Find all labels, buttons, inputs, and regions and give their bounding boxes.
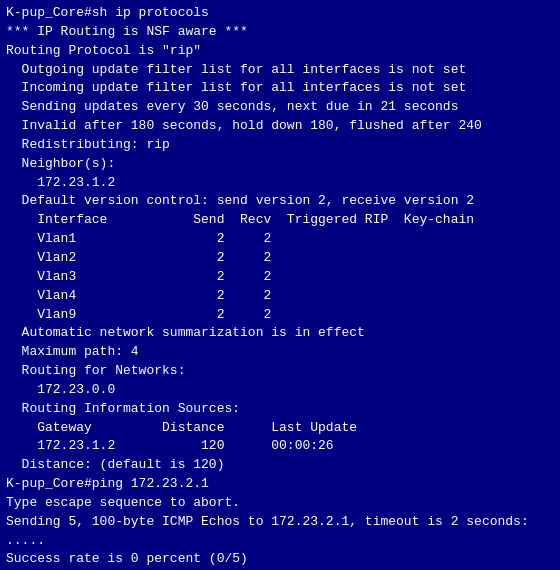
terminal-line: Sending updates every 30 seconds, next d… (6, 98, 554, 117)
terminal-line: Vlan4 2 2 (6, 287, 554, 306)
terminal-line: ..... (6, 532, 554, 551)
terminal-line: Automatic network summarization is in ef… (6, 324, 554, 343)
terminal-line: K-pup_Core#ping 172.23.2.1 (6, 475, 554, 494)
terminal-line: Invalid after 180 seconds, hold down 180… (6, 117, 554, 136)
terminal-line: 172.23.1.2 (6, 174, 554, 193)
terminal-line: Vlan9 2 2 (6, 306, 554, 325)
terminal-line: Redistributing: rip (6, 136, 554, 155)
terminal-line: Gateway Distance Last Update (6, 419, 554, 438)
terminal-line: Sending 5, 100-byte ICMP Echos to 172.23… (6, 513, 554, 532)
terminal-line: 172.23.0.0 (6, 381, 554, 400)
terminal-line: K-pup_Core#sh ip protocols (6, 4, 554, 23)
terminal-line: Default version control: send version 2,… (6, 192, 554, 211)
terminal-line: Routing for Networks: (6, 362, 554, 381)
terminal-line: Vlan2 2 2 (6, 249, 554, 268)
terminal-line: Maximum path: 4 (6, 343, 554, 362)
terminal-line: Outgoing update filter list for all inte… (6, 61, 554, 80)
terminal-line: *** IP Routing is NSF aware *** (6, 23, 554, 42)
terminal-line: Routing Protocol is "rip" (6, 42, 554, 61)
terminal-line: Neighbor(s): (6, 155, 554, 174)
terminal-line: Type escape sequence to abort. (6, 494, 554, 513)
terminal-line: 172.23.1.2 120 00:00:26 (6, 437, 554, 456)
terminal-line: Vlan1 2 2 (6, 230, 554, 249)
terminal-line: Routing Information Sources: (6, 400, 554, 419)
terminal-line: Incoming update filter list for all inte… (6, 79, 554, 98)
terminal-line: Vlan3 2 2 (6, 268, 554, 287)
terminal-window: K-pup_Core#sh ip protocols*** IP Routing… (0, 0, 560, 570)
terminal-line: Distance: (default is 120) (6, 456, 554, 475)
terminal-line: Interface Send Recv Triggered RIP Key-ch… (6, 211, 554, 230)
terminal-line: Success rate is 0 percent (0/5) (6, 550, 554, 569)
